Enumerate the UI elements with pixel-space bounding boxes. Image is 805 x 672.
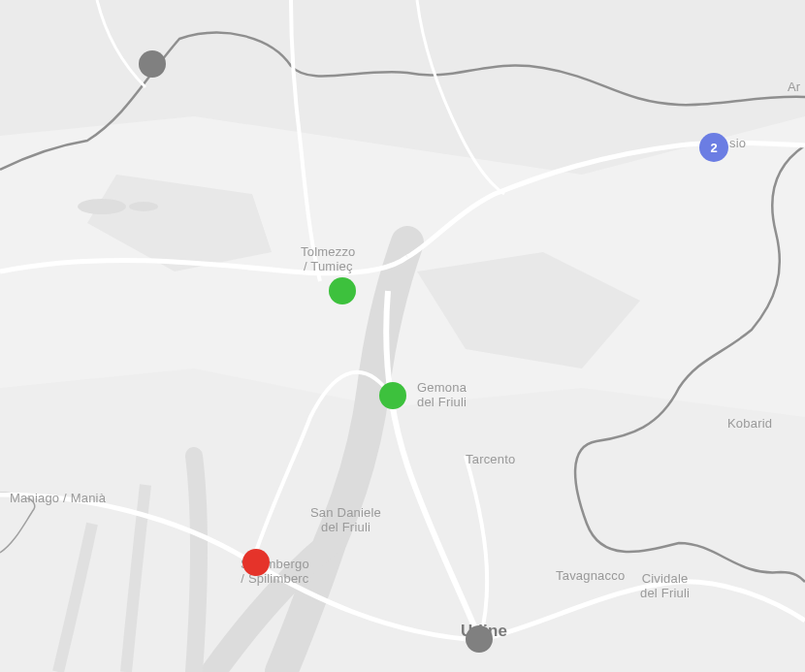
svg-point-4 bbox=[78, 199, 126, 214]
label-cividale: Cividale del Friuli bbox=[640, 572, 690, 601]
label-gemona: Gemona del Friuli bbox=[417, 381, 467, 410]
label-tarvisio: sio bbox=[729, 137, 746, 151]
label-arnoldstein: Ar bbox=[788, 80, 800, 95]
map-marker-cluster-ne[interactable]: 2 bbox=[699, 133, 728, 162]
map-marker-gray-nw[interactable] bbox=[139, 50, 166, 78]
svg-point-5 bbox=[129, 202, 158, 211]
svg-marker-1 bbox=[0, 368, 805, 672]
label-tarcento: Tarcento bbox=[466, 453, 515, 467]
map-background-svg bbox=[0, 0, 805, 672]
label-tolmezzo: Tolmezzo / Tumieç bbox=[301, 245, 356, 274]
label-sandaniele: San Daniele del Friuli bbox=[310, 506, 381, 535]
label-tavagnacco: Tavagnacco bbox=[556, 569, 625, 584]
cluster-count: 2 bbox=[710, 141, 717, 155]
svg-marker-0 bbox=[0, 0, 805, 175]
map-marker-green-tolmezzo[interactable] bbox=[329, 277, 356, 304]
svg-marker-3 bbox=[417, 252, 640, 368]
label-maniago: Maniago / Manià bbox=[10, 492, 106, 506]
map-marker-red-spilimbergo[interactable] bbox=[242, 549, 270, 576]
map-canvas[interactable]: Tolmezzo / Tumieç Gemona del Friuli Tarc… bbox=[0, 0, 805, 672]
label-kobarid: Kobarid bbox=[727, 417, 772, 432]
map-marker-green-gemona[interactable] bbox=[379, 382, 406, 409]
svg-marker-2 bbox=[87, 175, 272, 272]
map-marker-gray-udine[interactable] bbox=[466, 625, 493, 653]
